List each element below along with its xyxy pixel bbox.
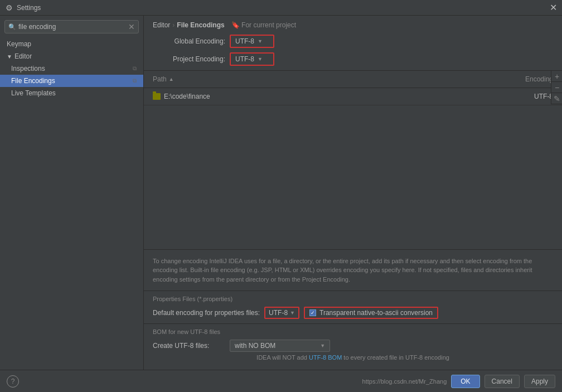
bom-info-text-after: to every created file in UTF-8 encoding — [342, 354, 449, 361]
properties-title: Properties Files (*.properties) — [153, 296, 553, 302]
project-encoding-value: UTF-8 — [235, 55, 254, 63]
folder-icon — [153, 93, 161, 100]
path-value: E:\code\finance — [164, 93, 210, 100]
encoding-table: Path ▲ Encoding E:\code\finance UTF-8 + … — [144, 70, 562, 249]
search-clear-icon[interactable]: ✕ — [128, 22, 135, 31]
cancel-button[interactable]: Cancel — [485, 375, 520, 388]
breadcrumb-current: File Encodings — [177, 21, 224, 29]
editor-label: Editor — [14, 52, 32, 60]
bom-dropdown-arrow: ▼ — [320, 343, 325, 349]
transparent-conversion-checkbox[interactable]: ✓ Transparent native-to-ascii conversion — [304, 307, 438, 319]
path-column-header[interactable]: Path ▲ — [144, 73, 490, 85]
project-scope-label: 🔖 For current project — [231, 21, 296, 29]
sidebar-item-inspections[interactable]: Inspections ⧉ — [0, 62, 143, 75]
close-button[interactable]: ✕ — [549, 3, 558, 12]
properties-row: Default encoding for properties files: U… — [153, 307, 553, 319]
search-icon: 🔍 — [8, 23, 16, 31]
bottom-bar: ? https://blog.csdn.net/Mr_Zhang OK Canc… — [0, 370, 562, 392]
chevron-down-icon: ▼ — [7, 54, 12, 60]
keymap-label: Keymap — [7, 40, 31, 48]
copy-icon: ⧉ — [133, 65, 137, 72]
url-bar: https://blog.csdn.net/Mr_Zhang — [362, 378, 447, 385]
edit-path-button[interactable]: ✎ — [551, 93, 562, 104]
dialog-buttons: https://blog.csdn.net/Mr_Zhang OK Cancel… — [362, 375, 555, 388]
bom-info-text-before: IDEA will NOT add — [256, 354, 309, 361]
sidebar-item-editor[interactable]: ▼ Editor — [0, 50, 143, 62]
bom-row: Create UTF-8 files: with NO BOM ▼ — [153, 340, 553, 352]
bom-dropdown[interactable]: with NO BOM ▼ — [230, 340, 330, 352]
copy-icon-2: ⧉ — [133, 78, 137, 84]
table-header: Path ▲ Encoding — [144, 71, 562, 88]
project-encoding-row: Project Encoding: UTF-8 ▼ — [153, 52, 553, 66]
project-encoding-arrow: ▼ — [258, 56, 263, 62]
sidebar-item-live-templates[interactable]: Live Templates — [0, 87, 143, 99]
sort-asc-icon: ▲ — [169, 76, 174, 82]
checkbox-label-text: Transparent native-to-ascii conversion — [319, 309, 433, 317]
breadcrumb: Editor › File Encodings 🔖 For current pr… — [144, 16, 562, 32]
bom-section: BOM for new UTF-8 files Create UTF-8 fil… — [144, 323, 562, 370]
window-icon: ⚙ — [4, 3, 13, 12]
help-button[interactable]: ? — [7, 375, 19, 388]
breadcrumb-parent: Editor — [153, 21, 170, 29]
bookmark-icon: 🔖 — [231, 21, 240, 29]
default-encoding-label: Default encoding for properties files: — [153, 309, 260, 317]
project-encoding-label: Project Encoding: — [153, 55, 225, 63]
properties-encoding-dropdown[interactable]: UTF-8 ▼ — [264, 307, 299, 319]
sidebar-section: Keymap ▼ Editor Inspections ⧉ File Encod… — [0, 38, 143, 99]
checkbox-checkmark: ✓ — [309, 309, 316, 316]
global-encoding-label: Global Encoding: — [153, 37, 225, 45]
create-utf8-label: Create UTF-8 files: — [153, 342, 225, 350]
window-title: Settings — [17, 4, 549, 12]
search-box[interactable]: 🔍 ✕ — [4, 20, 139, 33]
apply-button[interactable]: Apply — [524, 375, 555, 388]
project-encoding-dropdown[interactable]: UTF-8 ▼ — [230, 52, 274, 66]
bom-info: IDEA will NOT add UTF-8 BOM to every cre… — [153, 352, 553, 365]
settings-window: ⚙ Settings ✕ 🔍 ✕ Keymap ▼ Editor — [0, 0, 562, 392]
ok-button[interactable]: OK — [451, 375, 479, 388]
breadcrumb-separator: › — [172, 21, 175, 29]
properties-encoding-value: UTF-8 — [269, 309, 288, 317]
live-templates-label: Live Templates — [11, 89, 56, 97]
properties-section: Properties Files (*.properties) Default … — [144, 291, 562, 323]
search-input[interactable] — [18, 23, 128, 31]
properties-encoding-arrow: ▼ — [290, 310, 295, 316]
path-cell: E:\code\finance — [144, 90, 490, 103]
global-encoding-dropdown[interactable]: UTF-8 ▼ — [230, 35, 274, 48]
remove-path-button[interactable]: − — [551, 82, 562, 93]
inspections-label: Inspections — [11, 65, 45, 72]
encoding-form: Global Encoding: UTF-8 ▼ Project Encodin… — [144, 32, 562, 70]
bom-title: BOM for new UTF-8 files — [153, 328, 553, 335]
sidebar-item-keymap[interactable]: Keymap — [0, 38, 143, 50]
global-encoding-row: Global Encoding: UTF-8 ▼ — [153, 35, 553, 48]
content-area: 🔍 ✕ Keymap ▼ Editor Inspections ⧉ Fil — [0, 16, 562, 370]
sidebar: 🔍 ✕ Keymap ▼ Editor Inspections ⧉ Fil — [0, 16, 144, 370]
global-encoding-arrow: ▼ — [258, 38, 263, 44]
table-toolbar: + − ✎ — [551, 71, 562, 104]
table-row[interactable]: E:\code\finance UTF-8 — [144, 88, 562, 105]
main-panel: Editor › File Encodings 🔖 For current pr… — [144, 16, 562, 370]
title-bar: ⚙ Settings ✕ — [0, 0, 562, 16]
global-encoding-value: UTF-8 — [235, 37, 254, 45]
add-path-button[interactable]: + — [551, 71, 562, 82]
sidebar-item-file-encodings[interactable]: File Encodings ⧉ — [0, 75, 143, 87]
info-text: To change encoding IntelliJ IDEA uses fo… — [144, 249, 562, 291]
file-encodings-label: File Encodings — [11, 77, 55, 85]
bom-info-link[interactable]: UTF-8 BOM — [309, 354, 342, 361]
bom-value: with NO BOM — [235, 342, 275, 350]
